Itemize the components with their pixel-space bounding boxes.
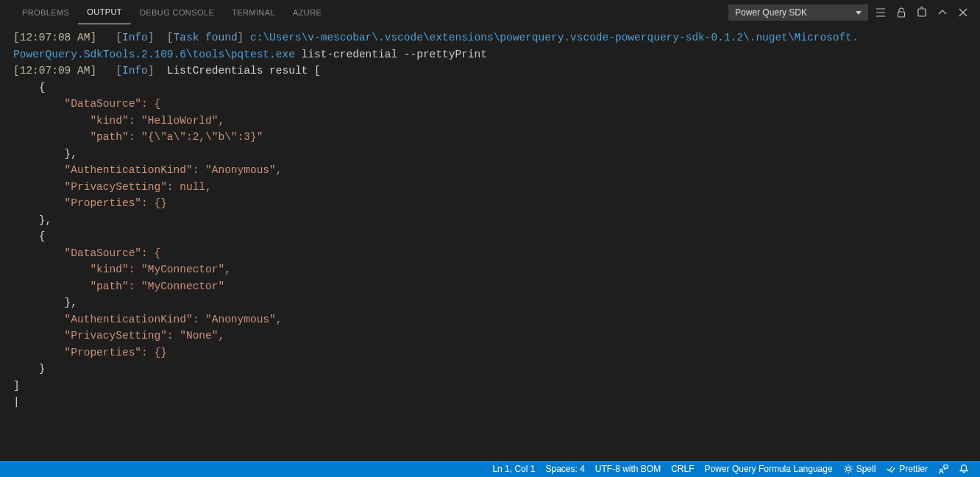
log-level: Info [122, 32, 148, 43]
output-channel-label: Power Query SDK [735, 7, 807, 18]
json-line: { [13, 82, 46, 93]
svg-rect-1 [918, 9, 926, 16]
bell-icon [959, 464, 969, 474]
status-eol[interactable]: CRLF [666, 461, 699, 477]
json-line: }, [13, 297, 77, 308]
json-line: "PrivacySetting": null, [13, 181, 212, 193]
status-spell[interactable]: Spell [838, 461, 881, 477]
json-line: "DataSource": { [13, 247, 160, 259]
json-line: "DataSource": { [13, 98, 160, 110]
output-body[interactable]: [12:07:08 AM] [Info] [Task found] c:\Use… [0, 25, 980, 461]
gear-icon [843, 464, 853, 474]
tab-azure[interactable]: AZURE [284, 0, 330, 24]
list-icon[interactable] [873, 4, 889, 21]
json-line: }, [13, 214, 52, 226]
json-line: "AuthenticationKind": "Anonymous", [13, 164, 282, 176]
status-prettier-label: Prettier [899, 464, 928, 474]
svg-rect-4 [944, 465, 948, 468]
status-spell-label: Spell [856, 464, 876, 474]
json-line: }, [13, 148, 77, 160]
status-feedback[interactable] [933, 461, 954, 477]
json-line: { [13, 230, 46, 242]
chevron-up-icon[interactable] [934, 4, 951, 21]
panel-tabs: PROBLEMS OUTPUT DEBUG CONSOLE TERMINAL A… [13, 0, 330, 24]
log-msg: ListCredentials result [ [154, 65, 320, 77]
tab-terminal[interactable]: TERMINAL [223, 0, 284, 24]
panel-header: PROBLEMS OUTPUT DEBUG CONSOLE TERMINAL A… [0, 0, 980, 25]
json-line: ] [13, 380, 20, 392]
json-line: "Properties": {} [13, 347, 167, 358]
json-line: "Properties": {} [13, 197, 167, 209]
json-line: "path": "{\"a\":2,\"b\":3}" [13, 131, 263, 143]
status-bar: Ln 1, Col 1 Spaces: 4 UTF-8 with BOM CRL… [0, 461, 980, 477]
exe-args: list-credential --prettyPrint [295, 49, 487, 60]
status-encoding[interactable]: UTF-8 with BOM [590, 461, 666, 477]
exe-path: c:\Users\v-mescobar\.vscode\extensions\p… [250, 32, 859, 43]
tab-problems[interactable]: PROBLEMS [13, 0, 78, 24]
log-task: Task found [174, 32, 238, 43]
close-icon[interactable] [955, 4, 971, 21]
person-feedback-icon [938, 464, 948, 474]
timestamp: [12:07:09 AM] [13, 65, 96, 77]
svg-point-2 [846, 467, 850, 470]
tab-debug-console[interactable]: DEBUG CONSOLE [131, 0, 223, 24]
lock-open-icon[interactable] [893, 4, 909, 21]
json-line: "path": "MyConnector" [13, 280, 224, 292]
json-line: "kind": "HelloWorld", [13, 115, 224, 127]
output-channel-select[interactable]: Power Query SDK [728, 4, 868, 21]
svg-rect-0 [898, 12, 905, 17]
status-bell[interactable] [954, 461, 974, 477]
check-double-icon [886, 464, 896, 474]
log-level: Info [122, 65, 148, 77]
status-prettier[interactable]: Prettier [881, 461, 933, 477]
tab-output[interactable]: OUTPUT [78, 0, 131, 24]
json-line: "PrivacySetting": "None", [13, 330, 224, 342]
exe-path-cont: PowerQuery.SdkTools.2.109.6\tools\pqtest… [13, 49, 295, 60]
status-language[interactable]: Power Query Formula Language [700, 461, 838, 477]
clear-output-icon[interactable] [914, 4, 930, 21]
json-line: "AuthenticationKind": "Anonymous", [13, 314, 282, 325]
timestamp: [12:07:08 AM] [13, 32, 96, 43]
json-line: } [13, 363, 46, 375]
status-indent[interactable]: Spaces: 4 [540, 461, 589, 477]
json-line: "kind": "MyConnector", [13, 264, 231, 275]
cursor: | [13, 396, 20, 408]
status-position[interactable]: Ln 1, Col 1 [487, 461, 540, 477]
